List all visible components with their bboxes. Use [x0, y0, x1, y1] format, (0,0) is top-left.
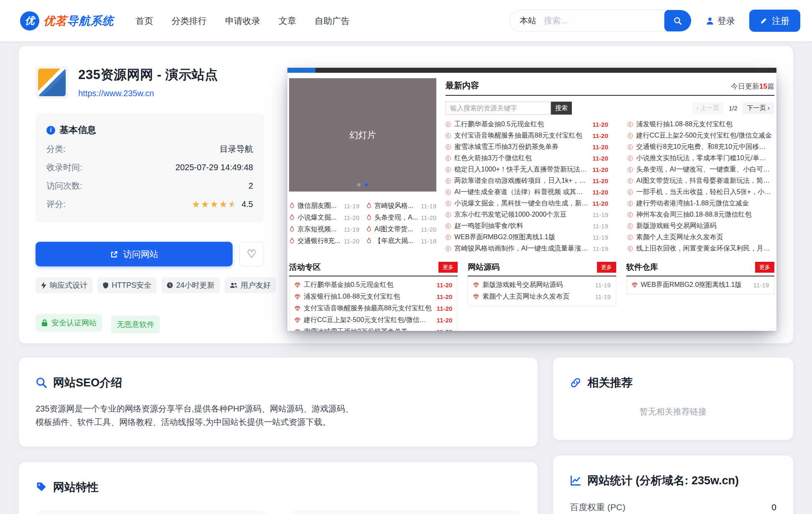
slide-dot-active[interactable]: [365, 183, 368, 187]
latest-item[interactable]: 神州车友会周三抽0.18-88.8元微信红包 11-19: [628, 209, 776, 220]
resource-search-input[interactable]: [446, 102, 551, 115]
badge-secure: 安全认证网站: [36, 314, 102, 332]
latest-item[interactable]: 小说爆文掘金，黑科技一键全自动生成，新手... 11-20: [446, 198, 608, 209]
activity-item[interactable]: 建行CC豆上架2-500元支付宝红包/微信立减金 11-20: [295, 314, 452, 326]
latest-item[interactable]: 小说推文实拍玩法，零成本零门槛10元/单，轻... 11-20: [628, 153, 776, 164]
search-button[interactable]: [664, 10, 691, 32]
latest-item[interactable]: AI一键生成全赛道（法律）科普视频 或其他赛... 11-20: [446, 187, 608, 198]
clock-icon: [166, 282, 173, 289]
hot-list-item[interactable]: 头条变现，A... 11-20: [366, 212, 436, 223]
rating-stars[interactable]: ★★★★★★★★★★: [192, 200, 238, 209]
login-link[interactable]: 登录: [706, 15, 735, 27]
security-badges: 安全认证网站 无恶意软件: [36, 312, 264, 333]
source-item[interactable]: 素颜个人主页网址永久发布页 11-19: [473, 291, 610, 302]
more-button[interactable]: 更多: [755, 262, 774, 273]
latest-column-right: 浦发银行抽1.08-88元支付宝红包 11-20 建行CC豆上架2-500元支付…: [628, 119, 776, 254]
pencil-icon: [760, 17, 768, 25]
site-url-link[interactable]: https://www.235w.cn: [78, 89, 154, 98]
latest-item[interactable]: 蜜雪冰城雪王币抽3万份奶茶免单券 11-20: [446, 141, 608, 153]
latest-item[interactable]: 建行劳动者港湾抽1-1.88元微信立减金 11-19: [628, 198, 776, 209]
latest-item[interactable]: 素颜个人主页网址永久发布页 11-19: [628, 232, 776, 243]
latest-item[interactable]: 交通银行8充10元电费、和8充10元中国移动话费 11-20: [628, 141, 776, 153]
latest-item[interactable]: 宫崎骏风格动画制作，AI一键生成流量暴涨，... 11-19: [446, 243, 608, 254]
page-indicator: 1/2: [729, 105, 738, 112]
latest-item[interactable]: 工行鹏华基金抽0.5元现金红包 11-20: [446, 119, 608, 130]
feature-item: ✓ 资源丰富: [290, 511, 521, 514]
activity-item[interactable]: 支付宝语音唤醒服务抽最高88元支付宝红包 11-20: [295, 302, 452, 314]
gem-icon: [473, 294, 479, 299]
latest-item[interactable]: 支付宝语音唤醒服务抽最高88元支付宝红包 11-20: [446, 130, 608, 141]
favorite-button[interactable]: ♡: [239, 242, 264, 266]
hot-list-item[interactable]: 宫崎骏风格... 11-19: [366, 200, 436, 212]
latest-item[interactable]: 头条变现，AI一键改写、一键查重、小白可做... 11-20: [628, 164, 776, 175]
feature-item: ✓ 界面简洁: [36, 511, 266, 514]
info-icon: i: [46, 126, 55, 135]
activity-item[interactable]: 蜜雪冰城雪王币抽3万份奶茶免单券 11-20: [295, 326, 452, 331]
panel-activity: 活动专区 更多 工行鹏华基金抽0.5元现金红包 11-20 浦发银行抽: [289, 262, 458, 331]
website-screenshot-preview[interactable]: 幻灯片 微信朋友圈... 11-19 宫崎骏风格... 11-: [287, 68, 776, 331]
slide-dot[interactable]: [357, 183, 361, 187]
activity-item[interactable]: 工行鹏华基金抽0.5元现金红包 11-20: [295, 279, 452, 291]
nav-link[interactable]: 自助广告: [315, 15, 350, 27]
hot-list-item[interactable]: 微信朋友圈... 11-19: [289, 200, 359, 212]
related-title: 相关推荐: [570, 375, 776, 390]
chart-icon: [570, 475, 581, 486]
related-empty-text: 暂无相关推荐链接: [570, 390, 776, 422]
nav-link[interactable]: 文章: [279, 15, 296, 27]
nav-link[interactable]: 分类排行: [172, 15, 207, 27]
latest-item[interactable]: 稳定日入1000+！快手无人直播带货新玩法，... 11-20: [446, 164, 608, 175]
hot-list-item[interactable]: 京东短视频... 11-19: [289, 223, 359, 235]
resource-icon: [446, 144, 451, 150]
visit-site-button[interactable]: 访问网站: [36, 242, 233, 266]
info-row-time: 收录时间: 2025-07-29 14:49:48: [46, 162, 253, 173]
site-header: 235资源网网 - 演示站点 https://www.235w.cn: [36, 66, 264, 99]
prev-page-button[interactable]: ‹ 上一页: [692, 102, 724, 114]
source-item[interactable]: 新版游戏账号交易网站源码 11-19: [473, 279, 610, 291]
nav-link[interactable]: 申请收录: [225, 15, 260, 27]
latest-item[interactable]: 赵一鸣签到抽零食/饮料 11-19: [446, 220, 608, 232]
flame-icon: [366, 214, 372, 221]
brand-logo[interactable]: 优 优茗导航系统: [20, 11, 114, 31]
link-icon: [570, 377, 581, 389]
software-item[interactable]: WEB界面RMBG2.0抠图离线1.1版 11-19: [632, 279, 769, 291]
resource-icon: [628, 201, 633, 206]
features-card: 网站特性 ✓ 界面简洁 ✓ 资源丰富: [19, 462, 538, 514]
resource-icon: [628, 167, 633, 172]
flame-icon: [366, 226, 372, 233]
resource-icon: [628, 122, 633, 127]
next-page-button[interactable]: 下一页 ›: [743, 102, 774, 114]
navbar-right: 本站 登录 注册: [509, 10, 800, 32]
latest-item[interactable]: 浦发银行抽1.08-88元支付宝红包 11-20: [628, 119, 776, 130]
resource-icon: [628, 189, 633, 195]
resource-icon: [628, 156, 633, 161]
search-input[interactable]: [544, 16, 664, 26]
rating-value: 4.5: [241, 199, 253, 209]
latest-item[interactable]: 京东小红书发笔记领1000-2000个京豆 11-19: [446, 209, 608, 220]
search-icon: [673, 16, 682, 26]
latest-item[interactable]: 新版游戏账号交易网站源码 11-19: [628, 220, 776, 232]
latest-item[interactable]: 建行CC豆上架2-500元支付宝红包/微信立减金 11-20: [628, 130, 776, 141]
resource-icon: [446, 246, 451, 251]
latest-item[interactable]: 一部手机，当天出收益，轻松日入5张+，小白... 11-20: [628, 187, 776, 198]
hot-list-item[interactable]: AI图文带货... 11-20: [366, 223, 436, 235]
nav-link[interactable]: 首页: [136, 15, 153, 27]
latest-item[interactable]: WEB界面RMBG2.0抠图离线1.1版 11-19: [446, 232, 608, 243]
latest-item[interactable]: AI图文带货玩法，抖音母婴赛道新玩法，简单... 11-20: [628, 175, 776, 187]
latest-item[interactable]: 红色火箭抽3万个微信红包 11-20: [446, 153, 608, 164]
seo-description: 235资源网是一个专业的网络资源分享平台,提供各种PHP源码、网站源码、游戏源码…: [36, 402, 357, 429]
search-scope-select[interactable]: 本站: [520, 15, 536, 26]
register-button[interactable]: 注册: [749, 10, 800, 32]
resource-search-button[interactable]: 搜索: [551, 102, 572, 115]
hot-list-item[interactable]: 交通银行8充... 11-20: [289, 235, 359, 247]
more-button[interactable]: 更多: [438, 262, 458, 273]
panel-software: 软件仓库 更多 WEB界面RMBG2.0抠图离线1.1版 11-19: [626, 262, 774, 331]
category-value: 目录导航: [220, 143, 253, 155]
activity-item[interactable]: 浦发银行抽1.08-88元支付宝红包 11-20: [295, 291, 452, 302]
more-button[interactable]: 更多: [597, 262, 616, 273]
flame-icon: [289, 226, 295, 233]
hot-list-item[interactable]: 【年底大揭... 11-18: [366, 235, 436, 247]
hot-list-item[interactable]: 小说爆文掘... 11-20: [289, 212, 359, 223]
resource-icon: [446, 212, 451, 217]
latest-item[interactable]: 两款靠谱全自动游戏搬砖项目，日入1k+，稳... 11-20: [446, 175, 608, 187]
latest-item[interactable]: 线上旧衣回收，闲置变黄金环保又利民，月入1... 11-19: [628, 243, 776, 254]
